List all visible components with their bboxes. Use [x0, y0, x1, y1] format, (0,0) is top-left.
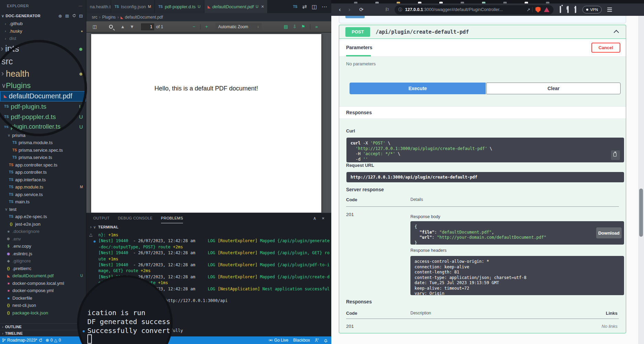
file-tree-item[interactable]: ⚙ .env: [0, 235, 86, 243]
scrollbar-thumb[interactable]: [639, 189, 643, 237]
maximize-panel-icon[interactable]: ∧: [313, 216, 316, 221]
refresh-icon[interactable]: [72, 13, 76, 19]
editor-tab[interactable]: ◣ defaultDocument.pdf U ×: [204, 0, 268, 13]
collapse-all-icon[interactable]: ⊟: [79, 13, 83, 19]
file-tree-item[interactable]: {} .prettierrc: [0, 265, 86, 272]
file-tree-item[interactable]: ◣ defaultDocument.pdf U: [0, 272, 86, 280]
file-tree-item[interactable]: src: [0, 55, 86, 68]
problems-item[interactable]: ⊗ 0 △ 0: [45, 338, 61, 343]
file-tree-item[interactable]: ◉ .eslintrc.js: [0, 250, 86, 258]
file-tree-item[interactable]: {} nest-cli.json: [0, 302, 86, 309]
bookmark-icon[interactable]: ⚑: [301, 24, 305, 29]
file-tree-item[interactable]: ■ Dockerfile: [0, 294, 86, 302]
notifications-item[interactable]: [324, 338, 328, 343]
file-tree-item[interactable]: ∨ test: [0, 206, 86, 213]
back-icon[interactable]: ‹: [339, 6, 341, 13]
split-editor-icon[interactable]: ◫: [312, 3, 317, 10]
editor-tab[interactable]: na.health.ts: [86, 0, 111, 13]
project-section-header[interactable]: ∨ DOC-GENERATOR ⊕ ⊞ ⊟: [0, 12, 86, 20]
file-tree-item[interactable]: TS app.module.ts M: [0, 183, 86, 191]
file-tree-item[interactable]: TS plugin.controller.ts U: [0, 122, 86, 132]
file-tree-item[interactable]: TS main.ts: [0, 198, 86, 206]
wallet-icon[interactable]: [575, 6, 576, 13]
address-bar[interactable]: ⓘ 127.0.0.1 :3000/swagger#/default/Plugi…: [395, 5, 554, 14]
search-icon[interactable]: [109, 25, 113, 29]
file-tree-item[interactable]: {} package-lock.json U: [0, 309, 86, 317]
file-tree-item[interactable]: ■ docker-compose.local.yml: [0, 280, 86, 287]
blackbox-item[interactable]: Blackbox: [293, 338, 310, 343]
zoom-out-icon[interactable]: −: [193, 24, 195, 29]
collapse-chevron-icon[interactable]: [614, 30, 619, 35]
clear-button[interactable]: Clear: [486, 83, 621, 94]
file-tree-item[interactable]: TS prisma.service.ts: [0, 154, 86, 161]
vpn-button[interactable]: VPN: [582, 6, 602, 13]
file-tree-item[interactable]: ∨ Plugins: [0, 80, 86, 91]
file-tree-item[interactable]: TS app.controller.spec.ts: [0, 161, 86, 169]
zoom-select[interactable]: Automatic Zoom ↕: [215, 23, 261, 31]
previous-endpoint-block[interactable]: [339, 16, 626, 23]
file-tree-item[interactable]: TS app.e2e-spec.ts: [0, 213, 86, 221]
endpoint-header[interactable]: POST /api/plugin/create-default-pdf: [339, 25, 626, 39]
file-tree-item[interactable]: › .husky ●: [0, 28, 86, 35]
file-tree-item[interactable]: TS app.interface.ts: [0, 176, 86, 184]
execute-button[interactable]: Execute: [350, 83, 486, 94]
file-tree-item[interactable]: TS pdf-plugin.ts U: [0, 101, 86, 112]
browser-tab-strip[interactable]: [331, 0, 644, 3]
panel-tab[interactable]: PROBLEMS: [161, 213, 183, 223]
file-tree-item[interactable]: TS app.controller.ts: [0, 169, 86, 176]
toolbar-overflow-icon[interactable]: »: [315, 24, 318, 29]
new-folder-icon[interactable]: ⊞: [65, 13, 69, 19]
editor-tab[interactable]: TS tsconfig.json M: [111, 0, 155, 13]
zoom-in-icon[interactable]: +: [205, 24, 208, 29]
file-tree-item[interactable]: › dist: [0, 35, 86, 42]
bookmarks-icon[interactable]: ⚐: [385, 7, 389, 12]
next-page-icon[interactable]: ▼: [130, 24, 134, 29]
page-number-input[interactable]: [141, 23, 154, 30]
menu-icon[interactable]: [607, 8, 612, 12]
extensions-icon[interactable]: [560, 6, 561, 13]
file-tree-item[interactable]: ◈ .gitignore: [0, 257, 86, 265]
toggle-sidebar-icon[interactable]: ◫: [93, 24, 97, 29]
forward-icon[interactable]: ›: [348, 6, 351, 13]
file-tree-item[interactable]: › .github: [0, 20, 86, 28]
share-icon[interactable]: ↗: [527, 7, 530, 12]
download-button[interactable]: Download: [596, 227, 622, 238]
file-tree-item[interactable]: ■ docker-compose.yml: [0, 287, 86, 294]
extension-icon[interactable]: [544, 7, 549, 12]
site-info-icon[interactable]: ⓘ: [398, 7, 402, 13]
file-tree-item[interactable]: ■ .dockerignore: [0, 228, 86, 235]
compare-changes-icon[interactable]: ⇄: [302, 3, 307, 10]
print-icon[interactable]: ▤: [284, 24, 288, 29]
breadcrumb-item[interactable]: src: [92, 15, 97, 20]
go-live-item[interactable]: Go Live: [269, 338, 288, 343]
sidebar-icon[interactable]: [567, 6, 569, 13]
expand-icon[interactable]: ›: [88, 225, 94, 229]
brave-shield-icon[interactable]: [535, 7, 540, 13]
file-tree-item[interactable]: TS prisma.module.ts: [0, 139, 86, 147]
tab-close-icon[interactable]: ×: [261, 4, 264, 9]
timeline-section[interactable]: › TIMELINE: [0, 330, 86, 336]
cancel-button[interactable]: Cancel: [591, 43, 620, 53]
close-panel-icon[interactable]: ×: [322, 216, 324, 221]
file-tree-item[interactable]: {} jest-e2e.json: [0, 221, 86, 228]
more-actions-icon[interactable]: ⋯: [79, 4, 83, 8]
terminal-header[interactable]: ∨ TERMINAL: [86, 223, 331, 231]
file-tree-item[interactable]: TS prisma.service.spec.ts: [0, 147, 86, 154]
file-tree-item[interactable]: $ .env.copy: [0, 243, 86, 250]
file-tree-item[interactable]: ◣ defaultDocument.pdf: [0, 91, 86, 101]
file-tree-item[interactable]: › ipts ●: [0, 42, 86, 55]
editor-tab[interactable]: TS pdf-poppler.d.ts U: [155, 0, 204, 13]
download-icon[interactable]: ⇩: [293, 24, 297, 29]
previous-page-icon[interactable]: ▲: [120, 24, 125, 29]
typescript-icon[interactable]: TS: [293, 5, 298, 9]
browser-scrollbar[interactable]: [638, 16, 644, 344]
bread crumb-item[interactable]: defaultDocument.pdf: [125, 15, 163, 20]
new-file-icon[interactable]: ⊕: [58, 13, 62, 19]
panel-tab[interactable]: OUTPUT: [93, 213, 110, 223]
outline-section[interactable]: › OUTLINE: [0, 323, 86, 330]
file-tree-item[interactable]: ∨ prisma: [0, 132, 86, 139]
git-branch-item[interactable]: Roadmap-2023*: [2, 338, 43, 343]
feedback-item[interactable]: [315, 338, 319, 342]
breadcrumb-item[interactable]: Plugins: [102, 15, 116, 20]
reload-icon[interactable]: ⟳: [359, 7, 364, 13]
